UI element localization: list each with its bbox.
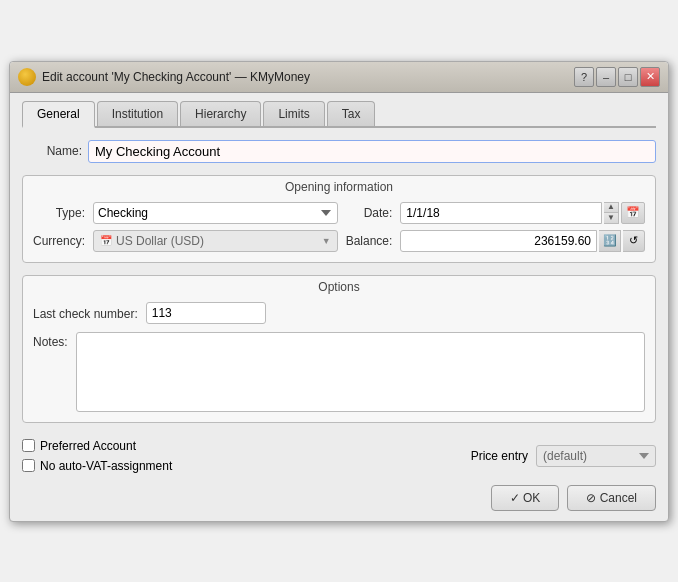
type-select[interactable]: Checking Savings Cash [93, 202, 338, 224]
edit-account-dialog: Edit account 'My Checking Account' — KMy… [9, 61, 669, 522]
maximize-button[interactable]: □ [618, 67, 638, 87]
balance-input[interactable] [400, 230, 597, 252]
price-entry-label: Price entry [471, 449, 528, 463]
last-check-label: Last check number: [33, 304, 138, 321]
opening-grid: Type: Checking Savings Cash Date: ▲ ▼ 📅 [33, 202, 645, 252]
price-entry-select[interactable]: (default) [536, 445, 656, 467]
date-spin-down[interactable]: ▼ [604, 213, 618, 223]
close-button[interactable]: ✕ [640, 67, 660, 87]
calendar-icon-currency: 📅 [100, 235, 112, 246]
price-entry-row: Price entry (default) [471, 445, 656, 467]
name-label: Name: [22, 144, 82, 158]
checkboxes-price-row: Preferred Account No auto-VAT-assignment… [10, 439, 668, 479]
titlebar: Edit account 'My Checking Account' — KMy… [10, 62, 668, 93]
calendar-button[interactable]: 📅 [621, 202, 645, 224]
titlebar-title: Edit account 'My Checking Account' — KMy… [42, 70, 310, 84]
date-row: ▲ ▼ 📅 [400, 202, 645, 224]
checkboxes-col: Preferred Account No auto-VAT-assignment [22, 439, 471, 473]
dialog-content: General Institution Hierarchy Limits Tax… [10, 93, 668, 439]
date-spin-buttons: ▲ ▼ [604, 202, 619, 224]
options-section: Options Last check number: Notes: [22, 275, 656, 423]
date-label: Date: [346, 206, 393, 220]
notes-textarea[interactable] [76, 332, 645, 412]
name-input[interactable] [88, 140, 656, 163]
currency-value: US Dollar (USD) [116, 234, 204, 248]
preferred-account-checkbox[interactable] [22, 439, 35, 452]
titlebar-buttons: ? – □ ✕ [574, 67, 660, 87]
last-check-row: Last check number: [33, 302, 645, 324]
date-spin-up[interactable]: ▲ [604, 203, 618, 213]
tabs: General Institution Hierarchy Limits Tax [22, 101, 656, 128]
tab-general[interactable]: General [22, 101, 95, 128]
tab-limits[interactable]: Limits [263, 101, 324, 126]
no-vat-checkbox[interactable] [22, 459, 35, 472]
last-check-input[interactable] [146, 302, 266, 324]
type-label: Type: [33, 206, 85, 220]
help-button[interactable]: ? [574, 67, 594, 87]
balance-calc-button[interactable]: 🔢 [599, 230, 621, 252]
notes-row: Notes: [33, 332, 645, 412]
tab-institution[interactable]: Institution [97, 101, 178, 126]
no-vat-label: No auto-VAT-assignment [40, 459, 172, 473]
balance-reset-button[interactable]: ↺ [623, 230, 645, 252]
ok-button[interactable]: ✓ OK [491, 485, 560, 511]
notes-label: Notes: [33, 332, 68, 349]
balance-row: 🔢 ↺ [400, 230, 645, 252]
tab-hierarchy[interactable]: Hierarchy [180, 101, 261, 126]
preferred-account-row: Preferred Account [22, 439, 471, 453]
minimize-button[interactable]: – [596, 67, 616, 87]
opening-section: Opening information Type: Checking Savin… [22, 175, 656, 263]
no-vat-row: No auto-VAT-assignment [22, 459, 471, 473]
app-icon [18, 68, 36, 86]
opening-title: Opening information [33, 180, 645, 194]
currency-label: Currency: [33, 234, 85, 248]
date-input[interactable] [400, 202, 602, 224]
dialog-footer: ✓ OK ⊘ Cancel [10, 479, 668, 521]
balance-label: Balance: [346, 234, 393, 248]
tab-tax[interactable]: Tax [327, 101, 376, 126]
currency-dropdown-icon: ▼ [322, 236, 331, 246]
titlebar-left: Edit account 'My Checking Account' — KMy… [18, 68, 310, 86]
cancel-button[interactable]: ⊘ Cancel [567, 485, 656, 511]
options-title: Options [33, 280, 645, 294]
name-row: Name: [22, 140, 656, 163]
currency-field: 📅 US Dollar (USD) ▼ [93, 230, 338, 252]
preferred-account-label: Preferred Account [40, 439, 136, 453]
